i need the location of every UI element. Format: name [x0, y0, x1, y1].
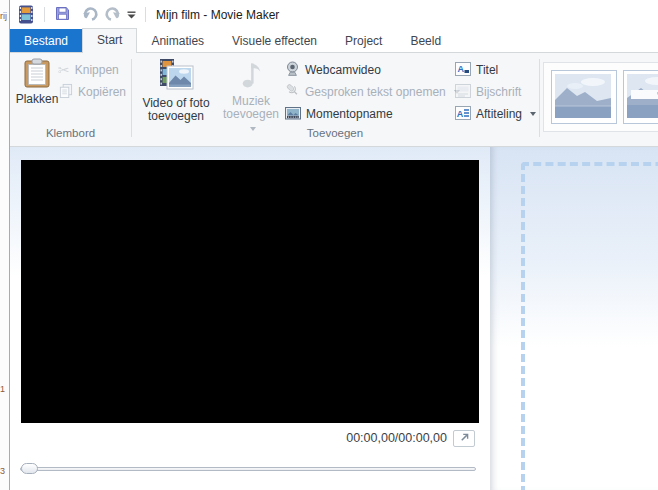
webcam-icon	[285, 61, 300, 80]
titlebar-separator	[145, 7, 146, 22]
undo-icon	[82, 6, 99, 24]
timecode-display: 00:00,00/00:00,00	[10, 431, 447, 445]
caption-icon	[455, 84, 471, 101]
storyboard-pane	[490, 147, 658, 490]
theme-thumbnail-icon	[627, 74, 658, 118]
tab-animaties[interactable]: Animaties	[137, 29, 218, 53]
record-narration-button[interactable]: Gesproken tekst opnemen	[282, 82, 463, 102]
quick-access-menu-button[interactable]	[123, 4, 139, 26]
add-group-label: Toevoegen	[131, 127, 539, 142]
cut-button[interactable]: ✂ Knippen	[55, 60, 122, 80]
automovie-themes-gallery	[543, 62, 658, 132]
tab-start[interactable]: Start	[82, 28, 137, 53]
add-video-button[interactable]: Video of foto toevoegen	[137, 56, 215, 123]
add-video-icon	[158, 58, 194, 95]
clipboard-group-label: Klembord	[10, 127, 131, 142]
tab-project[interactable]: Project	[331, 29, 396, 53]
ribbon: Plakken ✂ Knippen Kopiëren Klembord	[10, 52, 658, 147]
caption-button[interactable]: Bijschrift	[452, 82, 524, 102]
window-title: Mijn film - Movie Maker	[156, 8, 279, 22]
microphone-icon	[285, 83, 300, 101]
copy-label: Kopiëren	[78, 85, 126, 99]
record-narration-label: Gesproken tekst opnemen	[305, 85, 446, 99]
video-preview	[21, 160, 479, 423]
background-text-fragment: 3	[0, 467, 9, 476]
tab-visuele-effecten[interactable]: Visuele effecten	[218, 29, 331, 53]
cut-label: Knippen	[75, 63, 119, 77]
titlebar: Mijn film - Movie Maker	[10, 0, 658, 29]
webcam-video-label: Webcamvideo	[305, 63, 381, 77]
save-button[interactable]	[51, 4, 73, 26]
paste-button[interactable]: Plakken	[13, 56, 61, 106]
tab-bestand[interactable]: Bestand	[10, 29, 82, 53]
add-music-button[interactable]: Muziek toevoegen	[219, 56, 283, 134]
title-button[interactable]: A Titel	[452, 60, 501, 80]
titlebar-separator	[44, 7, 45, 22]
credits-icon: A	[455, 106, 471, 123]
paste-icon	[24, 58, 50, 91]
qat-menu-icon	[127, 7, 136, 22]
copy-icon	[58, 83, 73, 101]
group-separator	[131, 59, 132, 137]
ribbon-tabstrip: Bestand Start Animaties Visuele effecten…	[10, 29, 658, 53]
fullscreen-icon	[459, 431, 470, 446]
seek-slider-track[interactable]	[20, 467, 476, 471]
paste-label: Plakken	[16, 93, 59, 106]
redo-icon	[104, 6, 121, 24]
credits-button[interactable]: A Aftiteling	[452, 104, 539, 124]
undo-button[interactable]	[79, 4, 101, 26]
theme-thumbnail[interactable]	[551, 70, 617, 124]
cut-icon: ✂	[58, 63, 70, 77]
seek-slider-thumb[interactable]	[21, 463, 38, 474]
svg-text:A: A	[458, 64, 465, 74]
app-icon	[14, 5, 38, 24]
preview-pane: 00:00,00/00:00,00	[10, 147, 490, 490]
caption-label: Bijschrift	[476, 85, 521, 99]
save-icon	[55, 6, 70, 24]
copy-button[interactable]: Kopiëren	[55, 82, 129, 102]
credits-label: Aftiteling	[476, 107, 522, 121]
background-text-fragment: rij	[0, 12, 9, 21]
snapshot-button[interactable]: Momentopname	[282, 104, 396, 124]
movie-maker-window: rij 1 3	[0, 0, 658, 490]
group-separator	[539, 59, 540, 137]
dropdown-arrow-icon	[530, 112, 536, 116]
title-icon: A	[455, 62, 471, 79]
background-window-edge: rij 1 3	[0, 0, 10, 490]
background-text-fragment: 1	[0, 385, 9, 394]
title-label: Titel	[476, 63, 498, 77]
snapshot-icon	[285, 105, 301, 124]
webcam-video-button[interactable]: Webcamvideo	[282, 60, 384, 80]
music-icon	[240, 58, 263, 93]
tab-beeld[interactable]: Beeld	[396, 29, 455, 53]
fullscreen-preview-button[interactable]	[453, 430, 475, 447]
theme-thumbnail[interactable]	[623, 70, 658, 124]
theme-thumbnail-icon	[555, 74, 611, 118]
svg-text:A: A	[457, 108, 464, 118]
clip-drop-zone[interactable]	[521, 162, 658, 490]
redo-button[interactable]	[101, 4, 123, 26]
content-area: 00:00,00/00:00,00	[10, 147, 658, 490]
add-video-label: Video of foto toevoegen	[137, 97, 215, 123]
snapshot-label: Momentopname	[306, 107, 393, 121]
